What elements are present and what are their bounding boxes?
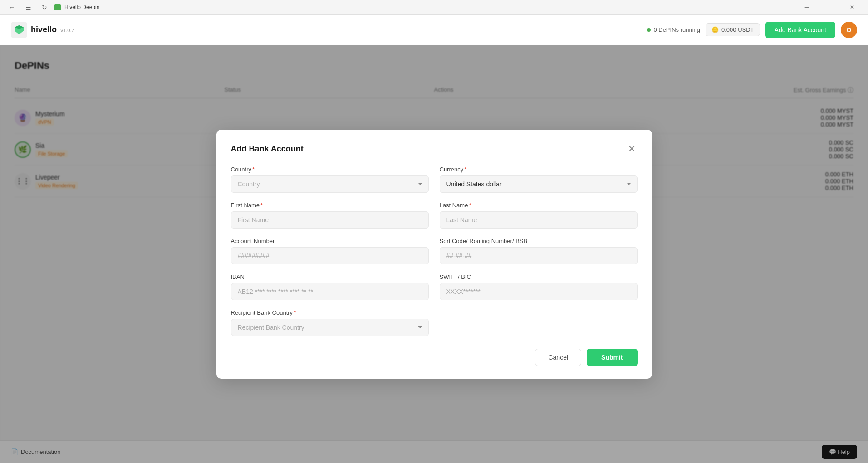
recipient-bank-country-group: Recipient Bank Country* Recipient Bank C… — [231, 309, 429, 336]
currency-group: Currency* United States dollar — [440, 166, 638, 193]
swift-group: SWIFT/ BIC — [440, 273, 638, 300]
iban-input[interactable] — [231, 283, 429, 300]
status-dot — [647, 28, 651, 32]
titlebar-left: ← ☰ ↻ Hivello Deepin — [5, 1, 99, 14]
avatar[interactable]: O — [841, 22, 857, 38]
minimize-nav-button[interactable]: ☰ — [22, 1, 34, 14]
country-select[interactable]: Country — [231, 175, 429, 193]
modal-header: Add Bank Account ✕ — [231, 142, 638, 155]
window-controls: ─ □ ✕ — [796, 0, 863, 15]
depins-status: 0 DePINs running — [647, 26, 700, 33]
swift-label: SWIFT/ BIC — [440, 273, 638, 280]
country-group: Country* Country — [231, 166, 429, 193]
submit-button[interactable]: Submit — [587, 349, 637, 366]
app-icon — [54, 4, 61, 10]
iban-group: IBAN — [231, 273, 429, 300]
back-button[interactable]: ← — [5, 1, 18, 14]
cancel-button[interactable]: Cancel — [535, 349, 581, 366]
header-right: 0 DePINs running 🪙 0.000 USDT Add Bank A… — [647, 22, 857, 38]
currency-select[interactable]: United States dollar — [440, 175, 638, 193]
modal-title: Add Bank Account — [231, 144, 304, 154]
refresh-button[interactable]: ↻ — [38, 1, 51, 14]
account-number-label: Account Number — [231, 238, 429, 244]
usdt-badge: 🪙 0.000 USDT — [706, 23, 760, 36]
account-number-input[interactable] — [231, 247, 429, 264]
logo-text: hivello v1.0.7 — [31, 25, 74, 34]
account-number-group: Account Number — [231, 238, 429, 264]
iban-label: IBAN — [231, 273, 429, 280]
sort-code-label: Sort Code/ Routing Number/ BSB — [440, 238, 638, 244]
titlebar: ← ☰ ↻ Hivello Deepin ─ □ ✕ — [0, 0, 868, 15]
minimize-button[interactable]: ─ — [796, 0, 817, 15]
nav-controls: ← ☰ ↻ — [5, 1, 51, 14]
add-bank-account-button[interactable]: Add Bank Account — [765, 22, 835, 38]
modal-close-button[interactable]: ✕ — [626, 142, 638, 155]
window-title: Hivello Deepin — [64, 4, 99, 10]
modal-overlay: Add Bank Account ✕ Country* Country Curr — [0, 45, 868, 463]
last-name-group: Last Name* — [440, 202, 638, 229]
first-name-input[interactable] — [231, 211, 429, 229]
currency-label: Currency* — [440, 166, 638, 173]
sort-code-group: Sort Code/ Routing Number/ BSB — [440, 238, 638, 264]
logo: hivello v1.0.7 — [11, 22, 74, 38]
recipient-bank-country-select[interactable]: Recipient Bank Country — [231, 319, 429, 336]
add-bank-account-modal: Add Bank Account ✕ Country* Country Curr — [216, 130, 652, 379]
close-button[interactable]: ✕ — [842, 0, 863, 15]
logo-version: v1.0.7 — [60, 28, 74, 33]
restore-button[interactable]: □ — [819, 0, 840, 15]
swift-input[interactable] — [440, 283, 638, 300]
country-label: Country* — [231, 166, 429, 173]
wallet-icon: 🪙 — [711, 26, 719, 33]
logo-icon — [11, 22, 27, 38]
recipient-bank-country-label: Recipient Bank Country* — [231, 309, 429, 316]
first-name-label: First Name* — [231, 202, 429, 209]
main-content: DePINs Name Status Actions Est. Gross Ea… — [0, 45, 868, 463]
modal-form: Country* Country Currency* United States… — [231, 166, 638, 336]
first-name-group: First Name* — [231, 202, 429, 229]
app-header: hivello v1.0.7 0 DePINs running 🪙 0.000 … — [0, 15, 868, 45]
sort-code-input[interactable] — [440, 247, 638, 264]
last-name-label: Last Name* — [440, 202, 638, 209]
last-name-input[interactable] — [440, 211, 638, 229]
modal-footer: Cancel Submit — [231, 349, 638, 366]
